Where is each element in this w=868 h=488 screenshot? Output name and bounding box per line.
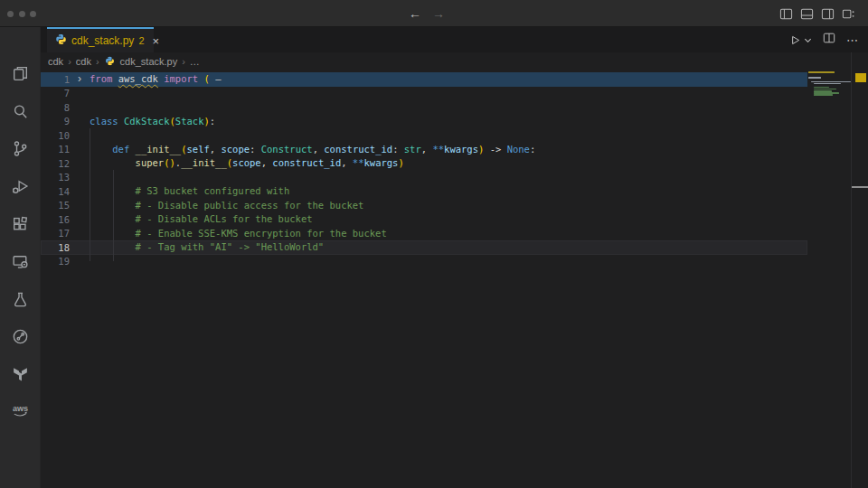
code-line-14[interactable]: 14 # S3 bucket configured with xyxy=(41,184,807,199)
code-text: from aws_cdk import ( – xyxy=(90,72,221,87)
line-number: 16 xyxy=(41,214,70,225)
line-number: 17 xyxy=(41,228,70,239)
aws-toolkit-icon[interactable]: aws xyxy=(10,400,31,421)
activity-bar: aws xyxy=(0,27,41,488)
breadcrumb-folder[interactable]: cdk xyxy=(48,56,63,67)
line-number: 18 xyxy=(41,242,70,253)
minimap[interactable] xyxy=(807,71,851,126)
breadcrumb-separator: › xyxy=(68,56,71,67)
line-number: 9 xyxy=(41,116,70,127)
code-line-7[interactable]: 7 xyxy=(41,87,807,101)
code-text: class CdkStack(Stack): xyxy=(90,115,215,129)
customize-layout-icon[interactable] xyxy=(842,7,855,21)
navigate-forward-icon[interactable]: → xyxy=(432,6,445,21)
overview-cursor-marker xyxy=(852,186,868,188)
run-and-debug-icon[interactable] xyxy=(10,176,31,197)
breadcrumb-folder[interactable]: cdk xyxy=(76,56,91,67)
toggle-secondary-sidebar-icon[interactable] xyxy=(821,7,835,21)
indent-guide xyxy=(90,128,90,261)
editor-pane[interactable]: 1›from aws_cdk import ( –789class CdkSta… xyxy=(41,70,868,488)
tab-cdk-stack[interactable]: cdk_stack.py 2 × xyxy=(47,27,154,52)
source-control-icon[interactable] xyxy=(10,138,31,159)
code-text: # - Disable public access for the bucket xyxy=(90,199,363,213)
navigate-back-icon[interactable]: ← xyxy=(409,6,421,21)
line-number: 15 xyxy=(41,200,70,211)
title-bar: ← → xyxy=(0,0,868,27)
line-number: 13 xyxy=(41,172,70,183)
remote-explorer-icon[interactable] xyxy=(10,251,31,272)
tab-warning-badge: 2 xyxy=(138,35,144,46)
line-number: 12 xyxy=(41,158,70,169)
code-line-18[interactable]: 18 # - Tag with "AI" -> "HelloWorld" xyxy=(41,240,807,255)
breadcrumb-separator: › xyxy=(182,56,185,67)
code-line-13[interactable]: 13 xyxy=(41,171,807,185)
code-line-8[interactable]: 8 xyxy=(41,100,807,115)
code-line-11[interactable]: 11 def __init__(self, scope: Construct, … xyxy=(41,143,807,157)
minimap-line xyxy=(814,83,840,85)
toggle-primary-sidebar-icon[interactable] xyxy=(779,7,793,21)
code-line-9[interactable]: 9class CdkStack(Stack): xyxy=(41,115,807,129)
minimap-line xyxy=(811,81,851,83)
code-line-19[interactable]: 19 xyxy=(41,255,807,269)
code-line-12[interactable]: 12 super().__init__(scope, construct_id,… xyxy=(41,156,807,171)
tab-filename: cdk_stack.py xyxy=(71,34,134,47)
vscode-window: ← → xyxy=(0,0,868,488)
code-text: # - Disable ACLs for the bucket xyxy=(90,212,313,227)
search-icon[interactable] xyxy=(10,101,31,122)
terraform-icon[interactable] xyxy=(10,364,31,385)
breadcrumb-symbol[interactable]: … xyxy=(190,56,200,67)
code-line-1[interactable]: 1›from aws_cdk import ( – xyxy=(41,72,807,87)
window-control-dot[interactable] xyxy=(7,11,14,17)
git-history-icon[interactable] xyxy=(10,326,31,347)
fold-chevron-icon[interactable]: › xyxy=(70,72,90,87)
code-line-10[interactable]: 10 xyxy=(41,128,807,143)
indent-guide xyxy=(113,170,114,261)
line-number: 19 xyxy=(41,256,70,267)
breadcrumb: cdk › cdk › cdk_stack.py › … xyxy=(41,52,807,70)
split-editor-icon[interactable] xyxy=(823,32,835,48)
svg-text:aws: aws xyxy=(13,404,28,413)
toggle-panel-icon[interactable] xyxy=(800,7,814,21)
minimap-line xyxy=(808,71,835,73)
tab-close-icon[interactable]: × xyxy=(153,35,160,47)
extensions-icon[interactable] xyxy=(10,214,31,235)
overview-warning-marker xyxy=(855,73,866,82)
code-line-16[interactable]: 16 # - Disable ACLs for the bucket xyxy=(41,212,807,227)
python-file-icon xyxy=(55,33,67,49)
line-number: 11 xyxy=(41,144,70,155)
code-text: super().__init__(scope, construct_id, **… xyxy=(90,156,404,171)
window-control-dot[interactable] xyxy=(30,11,36,17)
explorer-icon[interactable] xyxy=(10,63,31,84)
code-text: # - Tag with "AI" -> "HelloWorld" xyxy=(90,240,324,255)
run-python-file-icon[interactable] xyxy=(789,34,812,46)
code-line-17[interactable]: 17 # - Enable SSE-KMS encryption for the… xyxy=(41,227,807,241)
breadcrumb-file[interactable]: cdk_stack.py xyxy=(120,56,178,67)
line-number: 7 xyxy=(41,88,70,99)
minimap-line xyxy=(808,77,821,79)
code-lines: 1›from aws_cdk import ( –789class CdkSta… xyxy=(41,72,807,268)
line-number: 8 xyxy=(41,102,70,113)
code-text: # S3 bucket configured with xyxy=(90,184,289,199)
overview-ruler-border xyxy=(851,52,852,488)
python-file-icon xyxy=(105,56,115,68)
breadcrumb-separator: › xyxy=(96,56,99,67)
line-number: 14 xyxy=(41,186,70,197)
window-control-dot[interactable] xyxy=(19,11,25,17)
code-text: def __init__(self, scope: Construct, con… xyxy=(90,143,535,157)
more-actions-icon[interactable]: ⋯ xyxy=(846,33,859,47)
minimap-line xyxy=(814,94,832,96)
line-number: 10 xyxy=(41,130,70,141)
code-text: # - Enable SSE-KMS encryption for the bu… xyxy=(90,227,387,241)
tab-bar: cdk_stack.py 2 × ⋯ xyxy=(41,27,868,52)
code-line-15[interactable]: 15 # - Disable public access for the buc… xyxy=(41,199,807,213)
testing-beaker-icon[interactable] xyxy=(10,289,31,310)
line-number: 1 xyxy=(41,74,70,85)
